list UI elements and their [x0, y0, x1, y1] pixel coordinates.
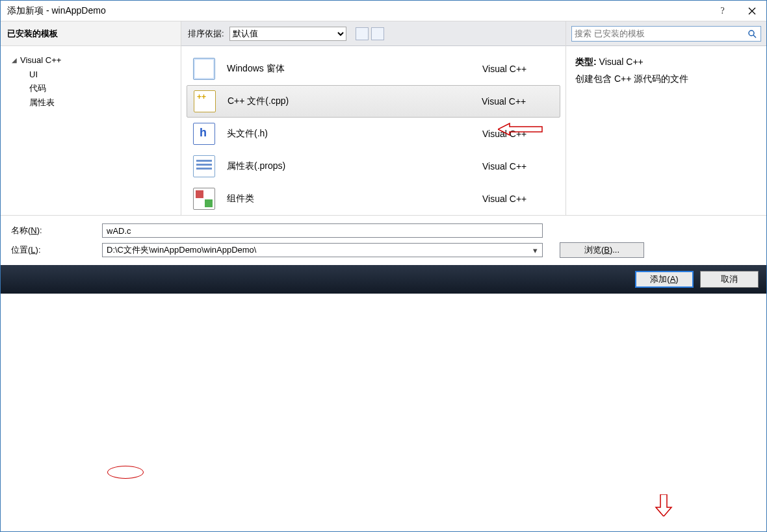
- view-small-icons[interactable]: [371, 27, 384, 40]
- template-category: Visual C++: [482, 96, 553, 107]
- annotation-arrow-down: [651, 494, 677, 516]
- tree-node-label: Visual C++: [19, 55, 61, 65]
- location-label: 位置(L):: [7, 244, 98, 256]
- tree-node-label: UI: [29, 70, 38, 79]
- help-button[interactable]: ?: [708, 1, 737, 21]
- template-category: Visual C++: [482, 161, 554, 171]
- browse-button[interactable]: 浏览(B)...: [560, 242, 644, 258]
- tree-node-label: 属性表: [29, 97, 55, 108]
- annotation-ellipse: [107, 466, 144, 479]
- sort-label: 排序依据:: [188, 28, 224, 40]
- svg-marker-3: [656, 494, 671, 516]
- sidebar-header: 已安装的模板: [1, 21, 181, 46]
- template-name: 组件类: [227, 193, 482, 205]
- templates-sidebar: 已安装的模板 ◢ Visual C++ UI 代码 属性表: [1, 21, 181, 215]
- template-center: 排序依据: 默认值 Windows 窗体 Visual C++ C++ 文件(: [181, 21, 566, 215]
- template-item-cpp-file[interactable]: C++ 文件(.cpp) Visual C++: [187, 85, 560, 118]
- type-label: 类型:: [575, 57, 597, 67]
- cpp-file-icon: [194, 90, 216, 112]
- sort-toolbar: 排序依据: 默认值: [181, 21, 566, 46]
- template-category: Visual C++: [482, 194, 554, 204]
- template-name: C++ 文件(.cpp): [228, 95, 482, 107]
- cancel-button[interactable]: 取消: [700, 271, 759, 288]
- search-box[interactable]: [571, 26, 761, 42]
- window-title: 添加新项 - winAppDemo: [7, 5, 708, 17]
- svg-line-1: [753, 35, 756, 38]
- property-sheet-icon: [193, 155, 215, 177]
- close-button[interactable]: [737, 1, 766, 21]
- template-name: 头文件(.h): [227, 128, 482, 140]
- header-file-icon: [193, 123, 215, 145]
- file-form: 名称(N): 位置(L): ▾ 浏览(B)...: [1, 215, 766, 265]
- tree-node-label: 代码: [29, 82, 46, 94]
- tree-node-code[interactable]: 代码: [3, 81, 178, 95]
- template-list: Windows 窗体 Visual C++ C++ 文件(.cpp) Visua…: [181, 46, 566, 215]
- form-icon: [193, 58, 215, 80]
- template-tree: ◢ Visual C++ UI 代码 属性表: [1, 46, 181, 116]
- template-item-windows-form[interactable]: Windows 窗体 Visual C++: [187, 53, 560, 85]
- location-input[interactable]: [102, 243, 543, 257]
- chevron-down-icon: ◢: [10, 57, 19, 64]
- template-category: Visual C++: [482, 129, 554, 139]
- template-item-property-sheet[interactable]: 属性表(.props) Visual C++: [187, 150, 560, 183]
- title-bar: 添加新项 - winAppDemo ?: [1, 1, 766, 21]
- template-description: 创建包含 C++ 源代码的文件: [575, 73, 757, 85]
- details-pane: 类型: Visual C++ 创建包含 C++ 源代码的文件: [566, 21, 766, 215]
- search-icon[interactable]: [746, 29, 758, 38]
- view-medium-icons[interactable]: [356, 27, 369, 40]
- template-category: Visual C++: [482, 64, 554, 74]
- svg-point-0: [749, 31, 754, 36]
- close-icon: [748, 7, 756, 15]
- template-type-row: 类型: Visual C++: [575, 57, 757, 68]
- sort-dropdown[interactable]: 默认值: [229, 27, 346, 41]
- template-name: Windows 窗体: [227, 63, 482, 75]
- template-item-header-file[interactable]: 头文件(.h) Visual C++: [187, 118, 560, 150]
- add-button[interactable]: 添加(A): [635, 271, 694, 288]
- name-label: 名称(N):: [7, 225, 98, 236]
- name-input[interactable]: [102, 223, 543, 238]
- component-icon: [193, 188, 215, 210]
- template-name: 属性表(.props): [227, 160, 482, 172]
- tree-node-root[interactable]: ◢ Visual C++: [3, 53, 178, 67]
- tree-node-ui[interactable]: UI: [3, 67, 178, 81]
- dialog-button-bar: 添加(A) 取消: [1, 265, 766, 294]
- template-item-component-class[interactable]: 组件类 Visual C++: [187, 183, 560, 215]
- type-value: Visual C++: [599, 57, 644, 67]
- search-input[interactable]: [575, 29, 746, 38]
- tree-node-props[interactable]: 属性表: [3, 95, 178, 110]
